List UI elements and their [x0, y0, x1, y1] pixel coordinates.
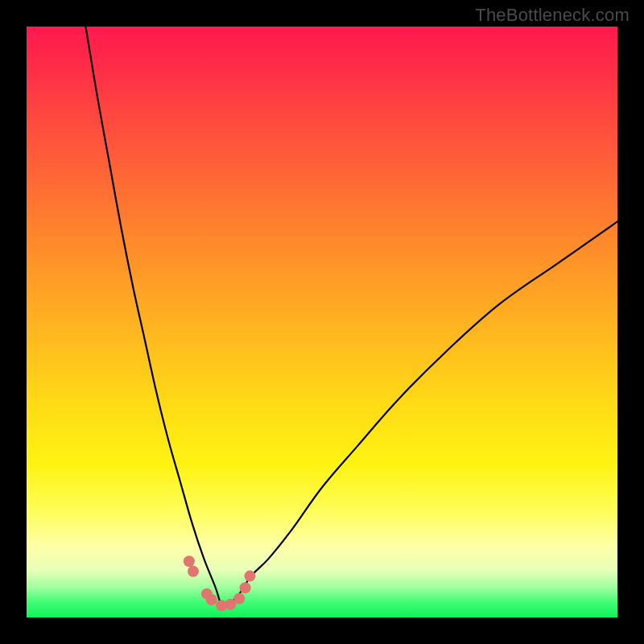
attribution-text: TheBottleneck.com: [475, 5, 630, 26]
bottleneck-curve: [27, 27, 617, 617]
vertex-marker: [184, 555, 195, 567]
vertex-marker: [233, 593, 245, 605]
vertex-marker: [206, 594, 217, 605]
vertex-marker: [240, 582, 251, 593]
vertex-marker: [244, 571, 255, 582]
plot-area: [27, 27, 617, 617]
vertex-marker: [188, 566, 199, 577]
bottleneck-curve-path: [85, 27, 617, 608]
chart-frame: TheBottleneck.com: [0, 0, 644, 644]
